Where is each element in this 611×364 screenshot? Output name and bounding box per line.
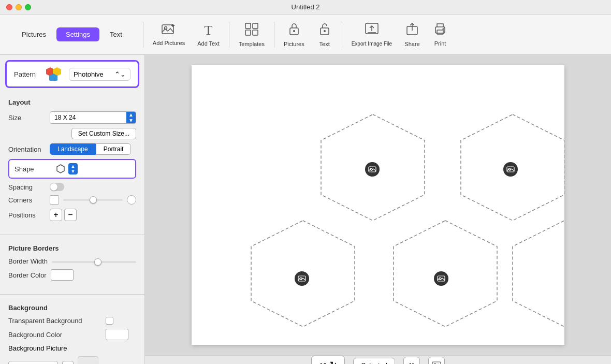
separator-4 [342, 22, 342, 48]
photo-icon-4[interactable] [433, 270, 449, 287]
print-button[interactable]: Print [427, 20, 453, 50]
print-label: Print [434, 40, 446, 47]
canvas [192, 65, 564, 345]
pattern-arrow: ⌃⌄ [114, 70, 126, 78]
main-layout: Pattern Photohive ⌃⌄ Layout Siz [0, 55, 611, 364]
spacing-row: Spacing [8, 183, 136, 191]
corners-row-outer: Corners [8, 195, 136, 205]
size-stepper[interactable]: ▲▼ [126, 112, 136, 123]
bg-color-swatch[interactable] [106, 329, 128, 340]
orientation-row: Orientation Landscape Portrait [8, 143, 136, 155]
divider-1 [0, 235, 144, 235]
templates-button[interactable]: Templates [234, 19, 270, 50]
border-width-row: Border Width [8, 257, 136, 265]
border-color-swatch[interactable] [51, 269, 74, 281]
svg-rect-4 [245, 23, 251, 28]
export-label: Export Image File [352, 41, 392, 47]
svg-point-11 [324, 30, 326, 32]
bg-picture-row: Select Picture ↺ [8, 356, 136, 364]
add-text-icon: T [205, 23, 213, 38]
svg-rect-6 [245, 30, 251, 35]
sidebar: Pattern Photohive ⌃⌄ Layout Siz [0, 55, 145, 364]
selected-image-button[interactable] [428, 357, 445, 364]
photo-icon-1[interactable] [364, 161, 381, 178]
add-pictures-label: Add Pictures [153, 40, 185, 46]
text-lock-button[interactable]: Text [312, 19, 338, 50]
bg-picture-refresh-button[interactable]: ↺ [62, 361, 74, 364]
export-button[interactable]: Export Image File [346, 19, 397, 50]
spacing-label: Spacing [8, 183, 46, 191]
svg-point-19 [443, 28, 444, 30]
photo-icon-2[interactable] [502, 161, 519, 178]
pictures-lock-label: Pictures [284, 41, 304, 47]
positions-remove-button[interactable]: − [64, 209, 77, 221]
minimize-button[interactable] [16, 4, 22, 10]
hexagon-icon [56, 164, 65, 173]
text-lock-label: Text [319, 41, 330, 47]
selected-label: Selected [361, 361, 387, 365]
svg-point-9 [293, 30, 295, 32]
tab-pictures[interactable]: Pictures [12, 27, 55, 41]
pictures-lock-button[interactable]: Pictures [279, 19, 310, 50]
transparent-bg-checkbox[interactable] [106, 317, 113, 325]
border-width-label: Border Width [8, 257, 48, 265]
border-width-slider[interactable] [52, 261, 136, 263]
background-title: Background [8, 304, 136, 312]
pattern-select[interactable]: Photohive ⌃⌄ [69, 68, 130, 81]
pictures-lock-icon [288, 22, 300, 39]
border-color-label: Border Color [8, 271, 47, 279]
transparent-bg-row: Transparent Background [8, 317, 136, 325]
layout-section: Layout Size 18 X 24 ▲▼ Set Custom Size..… [0, 93, 144, 230]
positions-buttons: + − [50, 209, 77, 221]
bg-picture-label-row: Background Picture [8, 344, 136, 352]
transparent-bg-label: Transparent Background [8, 317, 101, 325]
corners-slider[interactable] [63, 199, 123, 201]
window-title: Untitled 2 [292, 3, 320, 11]
text-lock-icon [319, 22, 330, 39]
maximize-button[interactable] [25, 4, 31, 10]
shape-controls: ▲▼ [56, 163, 78, 174]
corners-controls [50, 195, 136, 205]
add-text-button[interactable]: T Add Text [192, 20, 225, 50]
spacing-toggle[interactable] [50, 183, 64, 191]
tab-settings[interactable]: Settings [56, 27, 99, 41]
shape-label: Shape [14, 165, 52, 173]
corners-label: Corners [8, 196, 46, 204]
templates-label: Templates [239, 41, 265, 47]
all-button[interactable]: All ↻ [311, 356, 345, 364]
divider-2 [0, 294, 144, 295]
bottom-bar: All ↻ Selected ✕ [145, 355, 611, 364]
traffic-lights [6, 4, 31, 10]
add-pictures-button[interactable]: Add Pictures [148, 20, 190, 49]
svg-marker-23 [57, 165, 64, 173]
positions-label: Positions [8, 211, 46, 219]
titlebar: Untitled 2 [0, 0, 611, 14]
size-row: Size 18 X 24 ▲▼ [8, 111, 136, 124]
close-button[interactable] [6, 4, 12, 10]
pattern-icon [45, 67, 64, 81]
portrait-button[interactable]: Portrait [96, 143, 132, 155]
picture-borders-section: Picture Borders Border Width Border Colo… [0, 239, 144, 290]
add-text-label: Add Text [197, 40, 220, 47]
hex-grid-svg [192, 65, 564, 345]
selected-button[interactable]: Selected [353, 358, 395, 365]
select-picture-button[interactable]: Select Picture [8, 361, 58, 364]
custom-size-button[interactable]: Set Custom Size... [71, 128, 136, 139]
shape-stepper[interactable]: ▲▼ [68, 163, 78, 174]
positions-add-button[interactable]: + [50, 209, 62, 221]
share-button[interactable]: Share [399, 19, 425, 50]
selected-x-button[interactable]: ✕ [403, 357, 420, 364]
layout-title: Layout [8, 98, 136, 106]
photo-icon-3[interactable] [294, 270, 310, 287]
toolbar: Pictures Settings Text Add Pictures T Ad… [0, 14, 611, 55]
tab-text[interactable]: Text [100, 27, 132, 41]
bg-color-row: Background Color [8, 329, 136, 340]
custom-size-row: Set Custom Size... [8, 128, 136, 139]
svg-rect-0 [162, 25, 173, 34]
svg-rect-18 [437, 30, 443, 34]
all-label: All [319, 361, 326, 365]
svg-marker-28 [513, 221, 564, 327]
landscape-button[interactable]: Landscape [50, 143, 96, 155]
share-label: Share [404, 41, 419, 47]
pattern-row: Pattern Photohive ⌃⌄ [14, 67, 130, 81]
